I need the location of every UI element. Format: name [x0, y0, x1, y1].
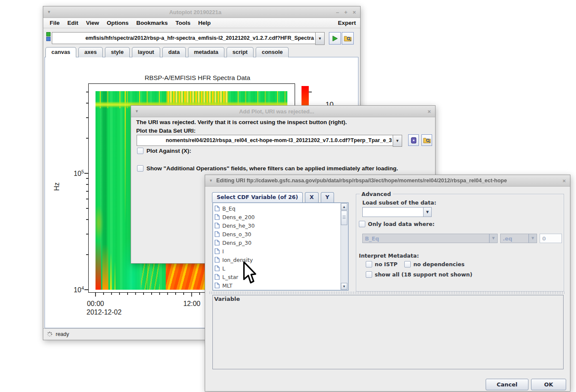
add-plot-titlebar[interactable]: ▼ Add Plot, URI was rejected... × — [131, 106, 435, 117]
tab-metadata[interactable]: metadata — [188, 47, 224, 57]
uri-history-button[interactable] — [408, 134, 419, 146]
chevron-down-icon[interactable]: ▼ — [423, 208, 431, 217]
chevron-down-icon: ▼ — [318, 36, 322, 41]
maximize-icon[interactable]: + — [344, 9, 348, 15]
file-icon — [215, 282, 220, 288]
chevron-down-icon: ▼ — [489, 234, 497, 243]
close-icon[interactable]: × — [427, 108, 431, 115]
list-item: L_star — [213, 273, 348, 281]
expert-label[interactable]: Expert — [338, 20, 360, 26]
where-op-combobox: .eq ▼ — [500, 234, 537, 243]
dataset-uri-input[interactable]: noments/rel04/2012/rbspa_rel04_ect-hope-… — [137, 135, 394, 146]
no-dependencies-label: no dependencies — [413, 261, 465, 267]
menu-tools[interactable]: Tools — [172, 20, 194, 26]
tab-y[interactable]: Y — [321, 192, 334, 202]
where-value-field: 0 — [540, 234, 562, 243]
bookmark-icon — [411, 137, 417, 144]
list-item: Dens_he_30 — [213, 221, 348, 230]
menu-options[interactable]: Options — [103, 20, 132, 26]
window-menu-icon[interactable]: ▼ — [135, 109, 139, 113]
ok-button[interactable]: OK — [531, 379, 566, 390]
dataset-uri-label: Plot the Data Set URI: — [136, 128, 196, 134]
dataset-uri-dropdown-button[interactable]: ▼ — [393, 135, 402, 147]
file-icon — [215, 265, 220, 271]
file-icon — [215, 248, 220, 254]
variable-detail-panel: Variable — [212, 295, 564, 369]
scrollbar-thumb[interactable] — [341, 211, 347, 225]
menu-edit[interactable]: Edit — [63, 20, 82, 26]
file-icon — [215, 223, 220, 229]
only-load-checkbox[interactable] — [359, 221, 365, 227]
list-item: Dens_e_200 — [213, 213, 348, 221]
datasource-icon — [46, 32, 50, 41]
cdf-variable-list[interactable]: B_Eq Dens_e_200 Dens_he_30 Dens_o_30 Den… — [212, 202, 349, 291]
only-load-label: Only load data where: — [368, 221, 435, 227]
menu-view[interactable]: View — [82, 20, 103, 26]
busy-spinner-icon — [47, 331, 53, 337]
variable-panel-label: Variable — [214, 296, 240, 302]
menu-bookmarks[interactable]: Bookmarks — [132, 20, 172, 26]
tab-style[interactable]: style — [105, 47, 130, 57]
folder-magnifier-icon — [344, 35, 352, 42]
tab-axes[interactable]: axes — [78, 47, 103, 57]
plot-against-checkbox[interactable] — [137, 148, 143, 154]
tab-canvas[interactable]: canvas — [45, 47, 76, 57]
tab-layout[interactable]: layout — [132, 47, 160, 57]
minimize-icon[interactable]: – — [336, 9, 339, 15]
inspect-uri-button[interactable] — [421, 134, 432, 146]
tab-data[interactable]: data — [162, 47, 186, 57]
tab-x[interactable]: X — [305, 192, 319, 202]
main-window-title: Autoplot 20190221a — [56, 9, 334, 15]
subset-combobox[interactable]: ▼ — [362, 207, 432, 217]
file-icon — [215, 231, 220, 237]
list-item: Dens_p_30 — [213, 238, 348, 247]
cancel-button[interactable]: Cancel — [486, 379, 528, 390]
tab-select-cdf-variable[interactable]: Select CDF Variable (of 26) — [212, 192, 303, 202]
menu-help[interactable]: Help — [194, 20, 215, 26]
main-titlebar[interactable]: ▼ Autoplot 20190221a – + × — [43, 6, 360, 18]
list-item: L — [213, 264, 348, 273]
uri-dropdown-button[interactable]: ▼ — [315, 32, 325, 45]
list-item: Dens_o_30 — [213, 230, 348, 238]
uri-input[interactable]: emfisis/hfr/spectra/2012/rbsp-a_hfr-spec… — [52, 32, 316, 44]
menu-file[interactable]: File — [46, 20, 63, 26]
tab-console[interactable]: console — [256, 47, 289, 57]
show-operations-checkbox[interactable] — [137, 165, 143, 172]
tab-script[interactable]: script — [227, 47, 254, 57]
no-istp-checkbox[interactable] — [366, 261, 372, 267]
list-item: B_Eq — [213, 204, 348, 213]
close-icon[interactable]: × — [352, 9, 356, 15]
no-dependencies-checkbox[interactable] — [404, 261, 411, 267]
interpret-metadata-label: Interpret Metadata: — [359, 252, 419, 259]
advanced-panel: Advanced Load subset of the data: ▼ Only… — [356, 194, 564, 291]
folder-magnifier-icon — [423, 137, 431, 143]
close-icon[interactable]: × — [562, 178, 566, 184]
file-icon — [215, 240, 220, 246]
list-scrollbar[interactable]: ▲ ▼ — [340, 203, 348, 290]
inspect-uri-button[interactable] — [342, 32, 354, 45]
add-plot-title: Add Plot, URI was rejected... — [144, 108, 409, 115]
advanced-legend: Advanced — [360, 191, 393, 197]
plot-go-button[interactable] — [329, 32, 341, 45]
editing-uri-titlebar[interactable]: ▼ Editing URI ftp://cdaweb.gsfc.nasa.gov… — [205, 175, 570, 187]
file-icon — [215, 214, 220, 220]
file-icon — [215, 274, 220, 280]
show-all-checkbox[interactable] — [366, 271, 372, 278]
where-field-combobox: B_Eq ▼ — [362, 234, 498, 243]
plot-against-label: Plot Against (X): — [146, 148, 191, 154]
editing-uri-title: Editing URI ftp://cdaweb.gsfc.nasa.gov/p… — [216, 178, 555, 184]
screen: ▼ Autoplot 20190221a – + × File Edit Vie… — [0, 0, 576, 392]
mouse-cursor-icon — [241, 261, 257, 284]
file-icon — [215, 205, 220, 211]
chevron-down-icon: ▼ — [528, 234, 537, 243]
scroll-up-icon[interactable]: ▲ — [341, 203, 347, 210]
load-subset-label: Load subset of the data: — [362, 199, 436, 206]
scroll-down-icon[interactable]: ▼ — [341, 283, 347, 290]
uri-toolbar: emfisis/hfr/spectra/2012/rbsp-a_hfr-spec… — [43, 28, 360, 48]
list-item: I — [213, 247, 348, 255]
window-menu-icon[interactable]: ▼ — [209, 178, 213, 183]
window-menu-icon[interactable]: ▼ — [47, 10, 51, 14]
main-tabbar: canvas axes style layout data metadata s… — [45, 47, 289, 57]
menubar: File Edit View Options Bookmarks Tools H… — [43, 18, 360, 28]
editing-uri-dialog: ▼ Editing URI ftp://cdaweb.gsfc.nasa.gov… — [205, 175, 570, 392]
